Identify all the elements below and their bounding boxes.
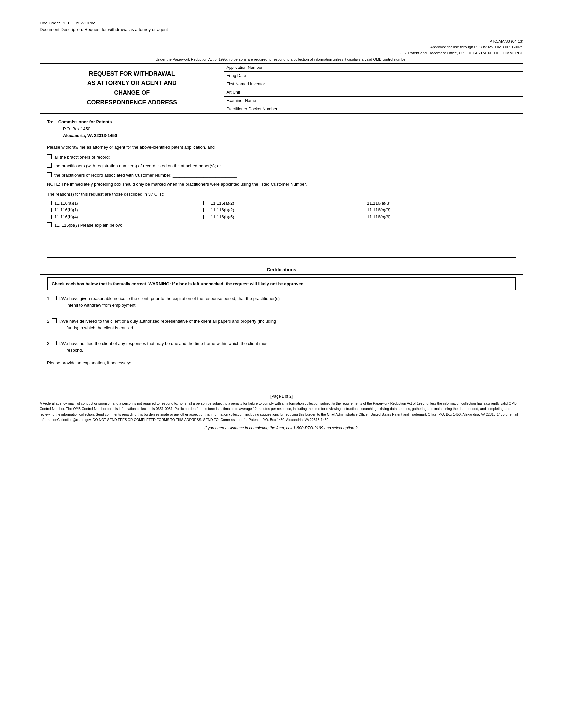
section-divider-cert	[40, 261, 523, 261]
field-label-0: Application Number	[223, 63, 330, 72]
field-value-3[interactable]	[330, 88, 523, 96]
commissioner-name: Commissioner for Patents	[58, 119, 112, 124]
cert-item-1: 1. I/We have given reasonable notice to …	[47, 293, 516, 311]
withdrawal-option-3: the practitioners of record associated w…	[47, 172, 516, 179]
explanation-area[interactable]	[47, 231, 516, 258]
cert-row-2: 2. I/We have delivered to the client or …	[47, 318, 516, 331]
cfr3-label: 11.116(a)(3)	[367, 201, 391, 205]
cfr2-label: 11.116(a)(2)	[211, 201, 234, 205]
warning-block: Check each box below that is factually c…	[47, 277, 516, 291]
checkbox-opt2[interactable]	[47, 163, 52, 168]
cfr-item-8: 11.116(b)(5)	[203, 214, 360, 219]
doc-desc-value: Request for withdrawal as attorney or ag…	[84, 27, 167, 32]
cert-number-1: 1.	[47, 296, 51, 302]
doc-desc-label: Document Description:	[40, 27, 83, 32]
italic-footer: If you need assistance in completing the…	[40, 426, 523, 430]
withdrawal-option-2: the practitioners (with registration num…	[47, 163, 516, 169]
intro-paragraph: Please withdraw me as attorney or agent …	[47, 144, 516, 151]
checkbox-cfr7[interactable]	[47, 215, 52, 219]
checkbox-cert1[interactable]	[52, 296, 57, 300]
field-value-5[interactable]	[330, 105, 523, 113]
certifications-header: Certifications	[40, 265, 523, 275]
field-value-1[interactable]	[330, 71, 523, 80]
cfr-item-5: 11.116(b)(2)	[203, 207, 360, 212]
checkbox-cfr10[interactable]	[47, 222, 52, 227]
cfr6-label: 11.116(b)(3)	[367, 207, 391, 212]
field-value-0[interactable]	[330, 63, 523, 72]
doc-code-label: Doc Code:	[40, 21, 60, 25]
field-value-4[interactable]	[330, 96, 523, 105]
form-title-line4: CORRESPONDENCE ADDRESS	[43, 98, 221, 107]
cfr1-label: 11.116(a)(1)	[54, 201, 78, 205]
checkbox-cfr9[interactable]	[360, 215, 364, 219]
paperwork-notice: Under the Paperwork Reduction Act of 199…	[40, 57, 523, 63]
cfr5-label: 11.116(b)(2)	[211, 207, 234, 212]
address-line2: Alexandria, VA 22313-1450	[63, 132, 516, 139]
doc-description-line: Document Description: Request for withdr…	[40, 26, 523, 33]
checkbox-cert3[interactable]	[52, 341, 57, 345]
cfr-item-1: 11.116(a)(1)	[47, 201, 203, 205]
explain-label: Please provide an explanation, if necess…	[47, 360, 516, 365]
checkbox-opt1[interactable]	[47, 154, 52, 159]
to-line: To: Commissioner for Patents	[47, 119, 516, 126]
cfr-item-3: 11.116(a)(3)	[360, 201, 516, 205]
checkbox-opt3[interactable]	[47, 172, 52, 177]
withdrawal-option-1: all the practitioners of record;	[47, 154, 516, 160]
cfr8-label: 11.116(b)(5)	[211, 214, 234, 219]
cfr-item-10: 11. 116(b)(7) Please explain below:	[47, 222, 516, 229]
checkbox-cfr2[interactable]	[203, 201, 208, 205]
cfr-item-2: 11.116(a)(2)	[203, 201, 360, 205]
note-text: NOTE: The immediately preceding box shou…	[47, 182, 307, 187]
warning-text: Check each box below that is factually c…	[52, 281, 305, 286]
field-value-2[interactable]	[330, 80, 523, 88]
checkbox-cfr1[interactable]	[47, 201, 52, 205]
option2-text: the practitioners (with registration num…	[54, 163, 221, 169]
note-block: NOTE: The immediately preceding box shou…	[47, 181, 516, 188]
cert-item-2: 2. I/We have delivered to the client or …	[47, 315, 516, 334]
cfr-item-9: 11.116(b)(6)	[360, 214, 516, 219]
checkbox-cert2[interactable]	[52, 318, 57, 323]
option1-text: all the practitioners of record;	[54, 154, 110, 160]
body-section: To: Commissioner for Patents P.O. Box 14…	[40, 114, 523, 389]
page-indicator: [Page 1 of 2]	[40, 394, 523, 399]
option3-text: the practitioners of record associated w…	[54, 172, 237, 179]
cfr-item-7: 11.116(b)(4)	[47, 214, 203, 219]
please-explain-section: Please provide an explanation, if necess…	[47, 360, 516, 384]
field-label-2: First Named Inventor	[223, 80, 330, 88]
field-label-4: Examiner Name	[223, 96, 330, 105]
to-label: To:	[47, 119, 53, 124]
form-title-line2: AS ATTORNEY OR AGENT AND	[43, 78, 221, 88]
checkbox-cfr5[interactable]	[203, 208, 208, 212]
cfr4-label: 11.116(b)(1)	[54, 207, 78, 212]
reasons-intro: The reason(s) for this request are those…	[47, 191, 516, 198]
cert-text-3: I/We have notified the client of any res…	[59, 341, 268, 353]
cfr10-label: 11. 116(b)(7) Please explain below:	[54, 222, 122, 229]
pto-number: PTO/AIA/83 (04-13)	[40, 39, 523, 44]
form-header-table: REQUEST FOR WITHDRAWAL AS ATTORNEY OR AG…	[40, 63, 523, 114]
footer-text: A Federal agency may not conduct or spon…	[40, 401, 523, 422]
cfr-item-6: 11.116(b)(3)	[360, 207, 516, 212]
cert-row-1: 1. I/We have given reasonable notice to …	[47, 296, 516, 308]
cert-text-1: I/We have given reasonable notice to the…	[59, 296, 279, 308]
cfr-item-4: 11.116(b)(1)	[47, 207, 203, 212]
form-title-line1: REQUEST FOR WITHDRAWAL	[43, 69, 221, 79]
doc-code-value: PET.POA.WDRW	[61, 21, 95, 25]
checkbox-cfr8[interactable]	[203, 215, 208, 219]
cert-text-2: I/We have delivered to the client or a d…	[59, 318, 276, 331]
cert-number-2: 2.	[47, 318, 51, 325]
checkbox-cfr6[interactable]	[360, 208, 364, 212]
field-label-1: Filing Date	[223, 71, 330, 80]
cfr9-label: 11.116(b)(6)	[367, 214, 391, 219]
form-title-cell: REQUEST FOR WITHDRAWAL AS ATTORNEY OR AG…	[40, 63, 223, 113]
checkbox-cfr3[interactable]	[360, 201, 364, 205]
department-name: U.S. Patent and Trademark Office, U.S. D…	[40, 50, 523, 56]
cert-row-3: 3. I/We have notified the client of any …	[47, 341, 516, 353]
field-label-5: Practitioner Docket Number	[223, 105, 330, 113]
cert-number-3: 3.	[47, 341, 51, 347]
doc-header: Doc Code: PET.POA.WDRW Document Descript…	[40, 20, 523, 33]
form-title-line3: CHANGE OF	[43, 88, 221, 98]
doc-code-line: Doc Code: PET.POA.WDRW	[40, 20, 523, 26]
cfr7-label: 11.116(b)(4)	[54, 214, 78, 219]
checkbox-cfr4[interactable]	[47, 208, 52, 212]
cert-item-3: 3. I/We have notified the client of any …	[47, 338, 516, 356]
